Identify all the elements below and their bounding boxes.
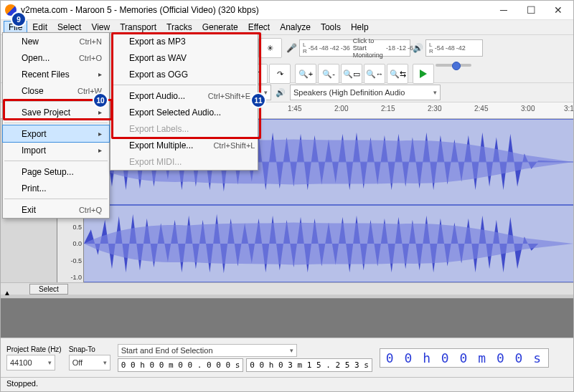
- step-badge-9: 9: [11, 11, 27, 27]
- menu-help[interactable]: Help: [346, 21, 374, 34]
- menu-analyze[interactable]: Analyze: [275, 21, 316, 34]
- file-save-project[interactable]: Save Project▸: [3, 104, 109, 120]
- svg-text:✳: ✳: [267, 44, 273, 52]
- minimize-button[interactable]: ─: [490, 1, 517, 19]
- snap-combo[interactable]: Off▾: [69, 355, 110, 371]
- window-title: y2meta.com - Maroon 5 - Memories (Offici…: [21, 5, 490, 15]
- file-print[interactable]: Print...: [3, 180, 109, 196]
- export-mp3[interactable]: Export as MP3: [110, 33, 258, 49]
- track-select-bar: Select: [1, 282, 573, 295]
- status-text: Stopped.: [6, 379, 38, 388]
- export-submenu: Export as MP3 Export as WAV Export as OG…: [110, 32, 258, 171]
- export-audio[interactable]: Export Audio...Ctrl+Shift+E: [110, 87, 258, 104]
- waveform-right[interactable]: [84, 205, 573, 282]
- play-meter-icon: 🔊: [413, 43, 423, 53]
- selection-mode-combo[interactable]: Start and End of Selection▾: [118, 344, 297, 357]
- export-selected[interactable]: Export Selected Audio...: [110, 104, 258, 120]
- redo-button[interactable]: ↷: [269, 64, 291, 84]
- rec-meter-icon: 🎤: [286, 43, 297, 53]
- file-recent[interactable]: Recent Files▸: [3, 66, 109, 82]
- snap-label: Snap-To: [69, 345, 110, 353]
- file-page-setup[interactable]: Page Setup...: [3, 163, 109, 180]
- zoom-sel-button[interactable]: 🔍▭: [341, 64, 362, 84]
- recording-meter[interactable]: LR -54 -48 -42 -36 Click to Start Monito…: [299, 39, 410, 57]
- menu-tools[interactable]: Tools: [316, 21, 346, 34]
- selection-end[interactable]: 0 0 h 0 3 m 1 5 . 2 5 3 s: [246, 358, 372, 372]
- export-midi: Export MIDI...: [110, 153, 258, 170]
- selection-toolbar: Project Rate (Hz) 44100▾ Snap-To Off▾ St…: [1, 338, 573, 377]
- app-window: y2meta.com - Maroon 5 - Memories (Offici…: [0, 0, 574, 392]
- file-exit[interactable]: ExitCtrl+Q: [3, 201, 109, 218]
- maximize-button[interactable]: ☐: [517, 1, 545, 19]
- file-export[interactable]: Export▸: [2, 125, 110, 143]
- close-button[interactable]: ✕: [545, 1, 572, 19]
- zoom-in-button[interactable]: 🔍+: [295, 64, 316, 84]
- file-new[interactable]: NewCtrl+N: [3, 33, 109, 49]
- meter-hint: Click to Start Monitoring: [353, 37, 383, 59]
- speaker-device-icon: 🔊: [276, 88, 286, 97]
- playback-speed-slider[interactable]: [436, 64, 471, 67]
- select-track-button[interactable]: Select: [29, 284, 68, 295]
- project-rate-label: Project Rate (Hz): [6, 345, 62, 353]
- playback-meter[interactable]: LR -54 -48 -42: [425, 39, 483, 57]
- multi-tool[interactable]: ✳: [260, 38, 282, 58]
- selection-start[interactable]: 0 0 h 0 0 m 0 0 . 0 0 0 s: [118, 358, 244, 372]
- file-open[interactable]: Open...Ctrl+O: [3, 49, 109, 66]
- empty-track-space[interactable]: [1, 299, 573, 338]
- step-badge-10: 10: [93, 92, 108, 108]
- audio-position[interactable]: 0 0 h 0 0 m 0 0 s: [380, 348, 549, 368]
- titlebar: y2meta.com - Maroon 5 - Memories (Offici…: [1, 1, 573, 20]
- step-badge-11: 11: [250, 92, 266, 108]
- project-rate-combo[interactable]: 44100▾: [6, 355, 55, 371]
- play-device-combo[interactable]: Speakers (High Definition Audio▾: [290, 85, 441, 100]
- svg-marker-13: [420, 70, 427, 78]
- zoom-out-button[interactable]: 🔍-: [318, 64, 339, 84]
- export-labels: Export Labels...: [110, 120, 258, 137]
- status-bar: Stopped.: [1, 377, 573, 392]
- play-at-speed-button[interactable]: [413, 64, 434, 84]
- file-menu-dropdown: NewCtrl+N Open...Ctrl+O Recent Files▸ Cl…: [2, 32, 110, 219]
- zoom-fit-button[interactable]: 🔍↔: [364, 64, 385, 84]
- file-import[interactable]: Import▸: [3, 142, 109, 158]
- export-wav[interactable]: Export as WAV: [110, 49, 258, 66]
- export-ogg[interactable]: Export as OGG: [110, 66, 258, 82]
- zoom-toggle-button[interactable]: 🔍⇆: [387, 64, 408, 84]
- export-multiple[interactable]: Export Multiple...Ctrl+Shift+L: [110, 137, 258, 153]
